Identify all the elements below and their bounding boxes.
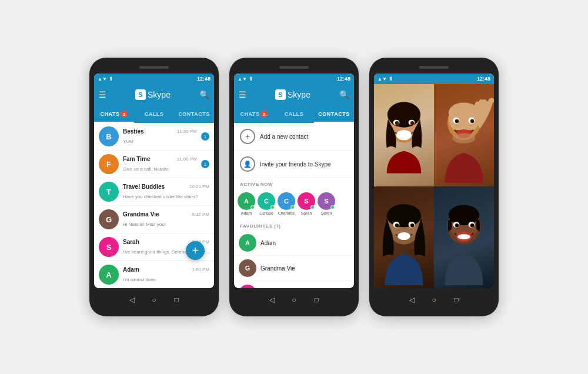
svg-point-19 bbox=[387, 204, 422, 227]
chat-time-adam: 1:00 PM bbox=[192, 267, 209, 272]
phone-screen-2: ▲▼ ⬆ 12:48 ☰ S Skype 🔍 CHATS 2 CALLS CON… bbox=[234, 74, 354, 288]
online-dot-adam bbox=[250, 205, 255, 209]
unread-besties: 1 bbox=[201, 132, 209, 141]
chat-item-travel[interactable]: T Travel Buddies 10:23 PM Have you check… bbox=[94, 178, 214, 206]
active-name-charlotte: Charlotte bbox=[278, 211, 295, 215]
avatar-besties: B bbox=[99, 126, 119, 146]
back-btn-2[interactable]: ◁ bbox=[267, 295, 276, 305]
phone-screen-1: ▲▼ ⬆ 12:48 ☰ S Skype 🔍 CHATS 2 CALLS CON… bbox=[94, 74, 214, 288]
home-btn-3[interactable]: ○ bbox=[429, 295, 439, 305]
active-sarah[interactable]: S Sarah bbox=[298, 192, 315, 215]
wifi-icon-3: ⬆ bbox=[389, 76, 393, 82]
back-btn-3[interactable]: ◁ bbox=[407, 295, 416, 305]
chat-item-besties[interactable]: B Besties 11:30 PM YUM 1 bbox=[94, 123, 214, 151]
chat-content-grandma: Grandma Vie 9:12 PM Hi Natalie! Miss you… bbox=[123, 211, 209, 228]
svg-point-27 bbox=[449, 205, 479, 225]
home-btn-2[interactable]: ○ bbox=[289, 295, 299, 305]
wifi-icon-1: ⬆ bbox=[109, 76, 113, 82]
avatar-grandma: G bbox=[99, 209, 119, 229]
video-cell-topleft bbox=[374, 84, 434, 186]
square-btn-3[interactable]: □ bbox=[452, 295, 461, 305]
fav-adam[interactable]: A Adam bbox=[234, 231, 354, 256]
chat-time-travel: 10:23 PM bbox=[189, 184, 209, 189]
back-btn-1[interactable]: ◁ bbox=[127, 295, 136, 305]
svg-point-23 bbox=[410, 223, 415, 227]
chats-badge-1: 2 bbox=[121, 111, 128, 118]
add-contact-action[interactable]: + Add a new contact bbox=[234, 123, 354, 151]
chat-preview-travel: Have you checked under the stairs? bbox=[123, 194, 198, 199]
fab-button-1[interactable]: + bbox=[186, 241, 205, 260]
avatar-fav-sarah: S bbox=[239, 285, 256, 288]
skype-logo-2: S Skype bbox=[250, 89, 336, 100]
chat-preview-adam: I'm almost done bbox=[123, 277, 156, 282]
signal-icon-1: ▲▼ bbox=[98, 76, 107, 82]
chat-time-besties: 11:30 PM bbox=[177, 129, 197, 134]
chat-item-adam[interactable]: A Adam 1:00 PM I'm almost done bbox=[94, 261, 214, 288]
active-seren[interactable]: S Seren bbox=[318, 192, 335, 215]
signal-icon-3: ▲▼ bbox=[377, 76, 387, 82]
tab-calls-2[interactable]: CALLS bbox=[274, 105, 314, 123]
active-adam[interactable]: A Adam bbox=[238, 192, 255, 215]
chat-list-1: B Besties 11:30 PM YUM 1 F Fam Time 11:0… bbox=[94, 123, 214, 288]
svg-point-30 bbox=[455, 223, 459, 227]
search-icon-1[interactable]: 🔍 bbox=[199, 90, 209, 99]
svg-point-7 bbox=[396, 130, 412, 140]
chats-badge-2: 2 bbox=[260, 111, 268, 118]
favourites-label: FAVOURITES (7) bbox=[234, 220, 354, 231]
phone-nav-1: ◁ ○ □ bbox=[94, 292, 214, 308]
avatar-fav-grandma: G bbox=[239, 259, 256, 277]
active-now-label: ACTIVE NOW bbox=[234, 178, 354, 189]
online-dot-sarah bbox=[310, 205, 315, 209]
svg-point-6 bbox=[410, 121, 415, 125]
search-icon-2[interactable]: 🔍 bbox=[339, 90, 349, 99]
home-btn-1[interactable]: ○ bbox=[149, 295, 159, 305]
svg-point-31 bbox=[470, 223, 475, 227]
phone-nav-2: ◁ ○ □ bbox=[234, 292, 354, 308]
contacts-list-2: + Add a new contact 👤 Invite your friend… bbox=[234, 123, 354, 288]
tab-chats-1[interactable]: CHATS 2 bbox=[94, 105, 134, 123]
tab-calls-1[interactable]: CALLS bbox=[134, 105, 174, 123]
active-cerisse[interactable]: C Cerisse bbox=[258, 192, 275, 215]
menu-icon-1[interactable]: ☰ bbox=[99, 90, 106, 99]
phone-screen-3: ▲▼ ⬆ 12:48 bbox=[374, 74, 494, 288]
signal-icon-2: ▲▼ bbox=[238, 76, 247, 82]
chat-name-adam: Adam bbox=[123, 266, 139, 273]
active-name-cerisse: Cerisse bbox=[259, 211, 273, 215]
chat-item-famtime[interactable]: F Fam Time 11:00 PM Give us a call, Nata… bbox=[94, 151, 214, 178]
invite-friends-action[interactable]: 👤 Invite your friends to Skype bbox=[234, 151, 354, 178]
menu-icon-2[interactable]: ☰ bbox=[239, 90, 246, 99]
wifi-icon-2: ⬆ bbox=[249, 76, 253, 82]
chat-preview-besties: YUM bbox=[123, 139, 133, 144]
tab-contacts-2[interactable]: CONTACTS bbox=[314, 105, 354, 123]
phone-2: ▲▼ ⬆ 12:48 ☰ S Skype 🔍 CHATS 2 CALLS CON… bbox=[229, 58, 359, 316]
time-1: 12:48 bbox=[197, 76, 211, 82]
active-name-adam: Adam bbox=[241, 211, 252, 215]
status-bar-3: ▲▼ ⬆ 12:48 bbox=[374, 74, 494, 84]
square-btn-1[interactable]: □ bbox=[172, 295, 181, 305]
fav-name-grandma: Grandma Vie bbox=[260, 265, 295, 272]
fav-grandma[interactable]: G Grandma Vie bbox=[234, 256, 354, 281]
invite-friends-label: Invite your friends to Skype bbox=[260, 161, 331, 168]
phone-3: ▲▼ ⬆ 12:48 bbox=[369, 58, 499, 316]
tab-contacts-1[interactable]: CONTACTS bbox=[174, 105, 214, 123]
chat-time-grandma: 9:12 PM bbox=[192, 212, 209, 217]
active-charlotte[interactable]: C Charlotte bbox=[278, 192, 295, 215]
chat-content-travel: Travel Buddies 10:23 PM Have you checked… bbox=[123, 183, 209, 201]
status-bar-2: ▲▼ ⬆ 12:48 bbox=[234, 74, 354, 84]
status-bar-1: ▲▼ ⬆ 12:48 bbox=[94, 74, 214, 84]
time-3: 12:48 bbox=[477, 76, 490, 82]
tab-chats-2[interactable]: CHATS 2 bbox=[234, 105, 274, 123]
skype-title-1: Skype bbox=[148, 90, 171, 99]
add-contact-label: Add a new contact bbox=[260, 133, 308, 140]
online-dot-seren bbox=[330, 205, 335, 209]
chat-content-famtime: Fam Time 11:00 PM Give us a call, Natali… bbox=[123, 156, 197, 173]
square-btn-2[interactable]: □ bbox=[312, 295, 321, 305]
chat-name-travel: Travel Buddies bbox=[123, 183, 165, 190]
phone-1: ▲▼ ⬆ 12:48 ☰ S Skype 🔍 CHATS 2 CALLS CON… bbox=[89, 58, 219, 316]
chat-item-grandma[interactable]: G Grandma Vie 9:12 PM Hi Natalie! Miss y… bbox=[94, 206, 214, 233]
fav-sarah[interactable]: S Sarah bbox=[234, 281, 354, 288]
chat-name-besties: Besties bbox=[123, 128, 144, 135]
avatar-travel: T bbox=[99, 182, 119, 202]
invite-icon: 👤 bbox=[240, 156, 255, 172]
skype-s-icon-1: S bbox=[135, 89, 146, 100]
